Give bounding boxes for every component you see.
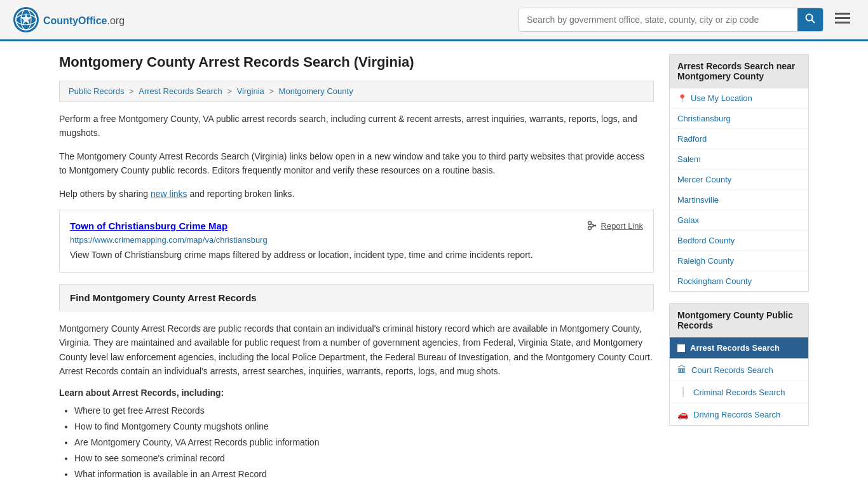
nearby-link-galax[interactable]: Galax (670, 210, 808, 230)
arrest-records-icon (677, 344, 685, 352)
court-records-icon: 🏛 (677, 365, 686, 375)
nearby-link-mercer[interactable]: Mercer County (670, 170, 808, 189)
public-records-links-list: Arrest Records Search 🏛 Court Records Se… (670, 337, 808, 425)
arrest-records-link[interactable]: Arrest Records Search (670, 337, 808, 358)
nearby-link-6: Bedford County (670, 231, 808, 251)
svg-point-12 (588, 227, 591, 230)
nearby-link-3: Mercer County (670, 170, 808, 190)
court-records-link[interactable]: 🏛 Court Records Search (670, 359, 808, 381)
search-icon (805, 13, 815, 24)
public-records-section: Montgomery County Public Records Arrest … (669, 303, 809, 426)
logo-icon (13, 6, 39, 33)
breadcrumb-arrest-records[interactable]: Arrest Records Search (139, 86, 222, 96)
public-records-section-title: Montgomery County Public Records (670, 304, 808, 337)
driving-records-icon: 🚗 (677, 409, 688, 419)
nearby-link-salem[interactable]: Salem (670, 149, 808, 169)
public-records-link-criminal: ❕ Criminal Records Search (670, 381, 808, 403)
use-my-location-link[interactable]: 📍 Use My Location (670, 88, 808, 108)
new-links-link[interactable]: new links (151, 189, 187, 199)
crime-map-description: View Town of Christiansburg crime maps f… (70, 248, 643, 262)
breadcrumb-sep-2: > (227, 86, 234, 96)
breadcrumb-sep-3: > (269, 86, 276, 96)
intro-paragraph-2: The Montgomery County Arrest Records Sea… (59, 149, 654, 178)
breadcrumb: Public Records > Arrest Records Search >… (59, 81, 654, 102)
nearby-links-list: 📍 Use My Location Christiansburg Radford… (670, 88, 808, 291)
location-pin-icon: 📍 (677, 94, 687, 103)
list-item: How to find Montgomery County mugshots o… (74, 419, 654, 435)
nearby-section: Arrest Records Search near Montgomery Co… (669, 54, 809, 292)
nearby-section-title: Arrest Records Search near Montgomery Co… (670, 55, 808, 88)
public-records-link-court: 🏛 Court Records Search (670, 359, 808, 381)
breadcrumb-virginia[interactable]: Virginia (237, 86, 264, 96)
header: CountyOffice.org (0, 0, 868, 41)
report-link[interactable]: Report Link (587, 220, 643, 231)
use-my-location-item: 📍 Use My Location (670, 88, 808, 109)
nearby-link-0: Christiansburg (670, 109, 808, 129)
nearby-link-rockingham[interactable]: Rockingham County (670, 271, 808, 291)
intro-p3-before: Help others by sharing (59, 189, 151, 199)
crime-map-title-row: Town of Christiansburg Crime Map Report … (70, 220, 643, 231)
page-title: Montgomery County Arrest Records Search … (59, 54, 654, 71)
list-item: What information is available in an Arre… (74, 466, 654, 482)
intro-paragraph-3: Help others by sharing new links and rep… (59, 187, 654, 201)
nearby-link-christiansburg[interactable]: Christiansburg (670, 109, 808, 128)
list-item: Are Montgomery County, VA Arrest Records… (74, 435, 654, 451)
public-records-link-driving: 🚗 Driving Records Search (670, 403, 808, 425)
content-area: Montgomery County Arrest Records Search … (59, 54, 654, 482)
svg-line-7 (812, 20, 815, 24)
breadcrumb-montgomery[interactable]: Montgomery County (279, 86, 353, 96)
find-section-body: Montgomery County Arrest Records are pub… (59, 322, 654, 379)
svg-point-11 (588, 222, 591, 225)
svg-point-6 (806, 15, 813, 21)
driving-records-link[interactable]: 🚗 Driving Records Search (670, 403, 808, 425)
report-link-label: Report Link (601, 221, 643, 231)
use-my-location-label: Use My Location (691, 93, 752, 103)
nearby-link-martinsville[interactable]: Martinsville (670, 190, 808, 210)
intro-p3-after: and reporting broken links. (187, 189, 295, 199)
find-section-heading: Find Montgomery County Arrest Records (70, 292, 643, 303)
nearby-link-radford[interactable]: Radford (670, 129, 808, 149)
public-records-link-arrest: Arrest Records Search (670, 337, 808, 359)
sidebar: Arrest Records Search near Montgomery Co… (669, 54, 809, 482)
arrest-records-label: Arrest Records Search (690, 343, 780, 353)
breadcrumb-public-records[interactable]: Public Records (69, 86, 124, 96)
list-item: How to see someone's criminal record (74, 451, 654, 466)
svg-rect-9 (835, 17, 850, 19)
logo-area: CountyOffice.org (13, 6, 125, 33)
learn-list: Where to get free Arrest Records How to … (59, 403, 654, 483)
find-section: Find Montgomery County Arrest Records (59, 284, 654, 311)
nearby-link-7: Raleigh County (670, 251, 808, 271)
court-records-label: Court Records Search (691, 365, 773, 375)
nearby-link-1: Radford (670, 129, 808, 149)
svg-rect-8 (835, 13, 850, 15)
nearby-link-bedford[interactable]: Bedford County (670, 231, 808, 250)
nearby-link-raleigh[interactable]: Raleigh County (670, 251, 808, 271)
nearby-link-8: Rockingham County (670, 271, 808, 291)
main-container: Montgomery County Arrest Records Search … (40, 41, 828, 488)
driving-records-label: Driving Records Search (693, 410, 780, 419)
nearby-link-5: Galax (670, 210, 808, 231)
criminal-records-link[interactable]: ❕ Criminal Records Search (670, 381, 808, 403)
search-button[interactable] (797, 8, 823, 31)
nearby-link-2: Salem (670, 149, 808, 170)
crime-map-title-link[interactable]: Town of Christiansburg Crime Map (70, 220, 227, 231)
crime-map-card: Town of Christiansburg Crime Map Report … (59, 210, 654, 273)
hamburger-icon (835, 13, 850, 24)
intro-paragraph-1: Perform a free Montgomery County, VA pub… (59, 112, 654, 140)
header-right (519, 8, 855, 32)
crime-map-url: https://www.crimemapping.com/map/va/chri… (70, 235, 643, 245)
scissors-icon (587, 220, 597, 231)
criminal-records-label: Criminal Records Search (693, 388, 785, 397)
learn-heading: Learn about Arrest Records, including: (59, 388, 654, 398)
search-bar (519, 8, 824, 32)
svg-rect-10 (835, 22, 850, 24)
criminal-records-icon: ❕ (677, 387, 688, 397)
nearby-link-4: Martinsville (670, 190, 808, 210)
breadcrumb-sep-1: > (129, 86, 136, 96)
list-item: Where to get free Arrest Records (74, 403, 654, 419)
logo-text: CountyOffice.org (43, 13, 125, 27)
menu-button[interactable] (830, 9, 855, 30)
search-input[interactable] (519, 10, 797, 30)
